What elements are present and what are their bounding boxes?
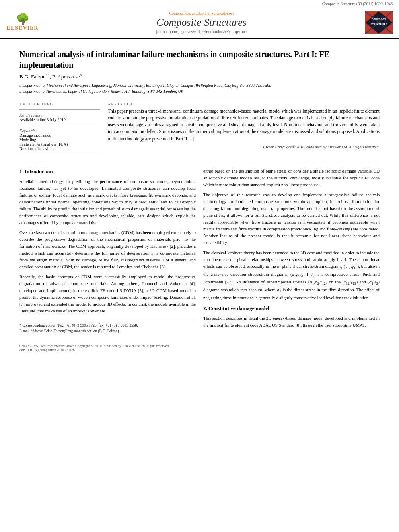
composite-structures-logo: COMPOSITE STRUCTURES — [364, 11, 393, 34]
divider-keywords — [19, 125, 100, 125]
keyword-2: Modelling — [19, 138, 100, 142]
journal-reference: Composite Structures 93 (2011) 1039–1046 — [322, 2, 393, 6]
header-center: Contents lists available at ScienceDirec… — [39, 11, 364, 34]
sciencedirect-line: Contents lists available at ScienceDirec… — [39, 11, 364, 16]
top-bar: Composite Structures 93 (2011) 1039–1046 — [0, 0, 399, 7]
elsevier-tree-icon: 🌳 — [16, 14, 30, 25]
affiliation-a: a Department of Mechanical and Aerospace… — [19, 82, 380, 88]
body-right-col: either based on the assumption of plane … — [203, 168, 380, 334]
abstract-col: ABSTRACT This paper presents a three-dim… — [108, 102, 380, 158]
copyright-note: Crown Copyright © 2010 Published by Else… — [108, 145, 380, 149]
article-info-col: ARTICLE INFO Article history: Available … — [19, 102, 100, 158]
section2-title: 2. Constitutive damage model — [203, 304, 380, 312]
intro-para-2: Over the last two decades continuum dama… — [19, 229, 196, 270]
contents-label: Contents lists available at — [169, 11, 211, 16]
sciencedirect-link-text[interactable]: ScienceDirect — [211, 11, 234, 16]
svg-text:COMPOSITE: COMPOSITE — [372, 18, 386, 21]
abstract-text: This paper presents a three-dimensional … — [108, 108, 380, 142]
right-para-5: This section describes in detail the 3D … — [203, 315, 380, 329]
available-online: Available online 3 July 2010 — [19, 117, 100, 122]
keyword-3: Finite element analysis (FEA) — [19, 142, 100, 146]
affiliations: a Department of Mechanical and Aerospace… — [19, 82, 380, 94]
composite-logo-graphic: COMPOSITE STRUCTURES — [365, 11, 393, 34]
issn-line: 0263-8223/$ - see front matter Crown Cop… — [19, 344, 380, 348]
body-left-col: 1. Introduction A reliable methodology f… — [19, 168, 196, 334]
right-para-2: The objective of this research was to de… — [203, 191, 380, 246]
intro-para-1: A reliable methodology for predicting th… — [19, 178, 196, 226]
history-label: Article history: — [19, 113, 100, 117]
author2-sup: b — [80, 73, 82, 77]
authors-line: B.G. Falzona,*, P. Apruzzeseb — [19, 73, 380, 80]
article-title: Numerical analysis of intralaminar failu… — [19, 49, 380, 70]
footnote-email: E-mail address: Brian.Falzon@eng.monash.… — [19, 328, 196, 334]
divider-1 — [19, 99, 380, 99]
keyword-4: Non-linear behaviour — [19, 146, 100, 151]
intro-para-3: Recently, the basic concepts of CDM were… — [19, 273, 196, 314]
svg-text:STRUCTURES: STRUCTURES — [370, 23, 387, 25]
divider-info-bottom — [19, 154, 100, 154]
article-info-heading: ARTICLE INFO — [19, 102, 100, 106]
divider-body — [19, 162, 380, 162]
info-abstract-columns: ARTICLE INFO Article history: Available … — [19, 102, 380, 158]
section-title-text: Introduction — [25, 168, 53, 175]
journal-homepage: journal homepage: www.elsevier.com/locat… — [39, 29, 364, 34]
author1-name: B.G. Falzon — [19, 74, 46, 80]
elsevier-logo: 🌳 ELSEVIER — [6, 10, 39, 35]
journal-header: 🌳 ELSEVIER Contents lists available at S… — [0, 7, 399, 39]
footnotes: * Corresponding author. Tel.: +61 (0) 3 … — [19, 320, 196, 334]
author2-name: , P. Apruzzese — [49, 74, 80, 80]
section-number: 1. — [19, 168, 23, 175]
bottom-bar: 0263-8223/$ - see front matter Crown Cop… — [0, 342, 399, 353]
doi-line: doi:10.1016/j.compstruct.2010.05.028 — [19, 348, 380, 352]
introduction-title: 1. Introduction — [19, 168, 196, 176]
right-para-3: The classical laminate theory has been e… — [203, 249, 380, 301]
abstract-heading: ABSTRACT — [108, 102, 380, 106]
elsevier-wordmark: ELSEVIER — [7, 25, 39, 31]
author1-sup: a,* — [46, 73, 50, 77]
divider-info — [19, 109, 100, 110]
right-para-1: either based on the assumption of plane … — [203, 168, 380, 188]
footnote-corresponding: * Corresponding author. Tel.: +61 (0) 3 … — [19, 322, 196, 328]
affiliation-b: b Department of Aeronautics, Imperial Co… — [19, 88, 380, 94]
main-content: Numerical analysis of intralaminar failu… — [0, 39, 399, 338]
keywords-heading: Keywords: — [19, 129, 100, 133]
body-columns: 1. Introduction A reliable methodology f… — [19, 168, 380, 334]
keywords-list: Damage mechanics Modelling Finite elemen… — [19, 133, 100, 151]
journal-title: Composite Structures — [39, 16, 364, 29]
keyword-1: Damage mechanics — [19, 133, 100, 138]
